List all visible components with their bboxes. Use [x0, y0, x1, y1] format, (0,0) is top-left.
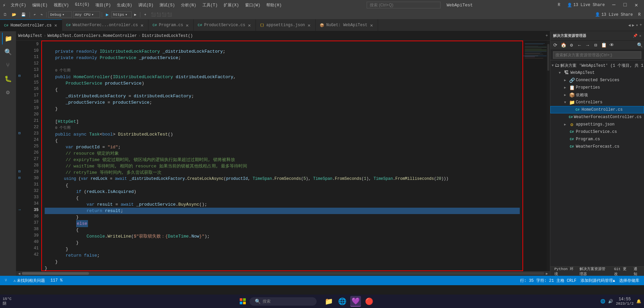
tree-solution-root[interactable]: ▼ 🗂 解决方案 'WebApiTest' (1 个项目, 共 1 个) — [550, 62, 644, 69]
taskbar-folder[interactable]: 📁 — [323, 296, 334, 307]
taskbar-search[interactable]: 🔍 搜索 — [249, 297, 317, 306]
rp-git-tab[interactable]: Git 更改 — [613, 266, 630, 277]
taskbar-notification[interactable]: 🔔 — [636, 299, 641, 304]
menu-file[interactable]: 文件(F) — [8, 1, 29, 9]
status-git[interactable]: ⑂ — [3, 276, 10, 285]
tab-appsettings[interactable]: {} appsettings.json ✕ — [256, 19, 316, 31]
menu-git[interactable]: Git(G) — [72, 1, 92, 9]
tree-dependencies[interactable]: ▶ 📦 依赖项 — [550, 91, 644, 99]
tab-close-6[interactable]: ✕ — [369, 22, 373, 29]
se-filter-icon[interactable]: ⚙ — [568, 42, 575, 49]
toolbar-icon-3[interactable]: ⬛ — [162, 12, 167, 17]
close-button[interactable]: ✕ — [631, 1, 641, 9]
tab-dropdown[interactable]: ▾ — [636, 23, 638, 28]
debug-config-dropdown[interactable]: Debug ▾ — [48, 11, 72, 18]
user-icon[interactable]: R — [555, 2, 563, 8]
tab-homecontroller[interactable]: C# HomeController.cs ✕ — [0, 19, 62, 31]
rp-solution-tab[interactable]: 解决方案资源管理器 — [578, 266, 610, 277]
minimize-button[interactable]: ─ — [609, 1, 619, 9]
toolbar-undo[interactable]: ↶ — [32, 12, 38, 17]
toolbar-redo[interactable]: ↷ — [39, 12, 45, 17]
tree-connected-services[interactable]: ▶ 🔗 Connected Services — [550, 76, 644, 84]
activity-debug[interactable]: 🐛 — [2, 73, 14, 85]
code-content[interactable]: private readonly IDistributedLockFactory… — [41, 41, 523, 271]
scroll-left-btn[interactable]: ◀ — [17, 271, 22, 276]
toolbar-save[interactable]: 💾 — [19, 12, 28, 17]
status-select-repo[interactable]: 选择存储库 — [617, 278, 641, 284]
toolbar-add[interactable]: + — [142, 12, 148, 17]
status-cursor[interactable]: 行: 35 字符: 21 主格 CRLF — [518, 278, 579, 284]
taskbar-clock[interactable]: 14:55 2023/1/2 — [616, 297, 634, 306]
menu-help[interactable]: 帮助(H) — [264, 1, 284, 9]
menu-debug[interactable]: 调试(D) — [136, 1, 156, 9]
maximize-button[interactable]: □ — [620, 1, 630, 9]
activity-extensions[interactable]: ⚙ — [2, 86, 14, 98]
menu-project[interactable]: 项目(P) — [93, 1, 113, 9]
solution-explorer-search-input[interactable] — [553, 51, 641, 59]
se-arrow-right-icon[interactable]: → — [584, 42, 591, 49]
tab-close-1[interactable]: ✕ — [54, 22, 58, 29]
scroll-thumb[interactable] — [22, 272, 89, 275]
menu-edit[interactable]: 编辑(E) — [30, 1, 50, 9]
scroll-right-btn[interactable]: ▶ — [544, 271, 549, 276]
tab-close-5[interactable]: ✕ — [307, 22, 311, 29]
tab-controls[interactable]: ◀ ▶ ▾ + — [626, 19, 644, 31]
activity-git[interactable]: ⑂ — [2, 59, 14, 71]
toolbar-open[interactable]: 📂 — [10, 12, 18, 17]
tree-controllers[interactable]: ▼ 📁 Controllers — [550, 99, 644, 106]
breadcrumb-namespace[interactable]: WebApiTest.Controllers.HomeController — [47, 34, 137, 38]
se-search-btn[interactable]: 🔍 — [637, 42, 643, 48]
se-sync-icon[interactable]: ⟳ — [552, 42, 559, 49]
status-zoom[interactable]: 117 % — [48, 276, 64, 285]
se-close-icon[interactable]: ✕ — [639, 34, 641, 38]
se-expand-icon[interactable]: ⊟ — [592, 42, 599, 49]
tree-project[interactable]: ▼ 🏗 WebApiTest — [550, 69, 644, 76]
tree-productservice[interactable]: C# ProductService.cs — [550, 128, 644, 136]
run-button[interactable]: ▶ — [104, 11, 110, 18]
minimap-scrollthumb[interactable] — [547, 44, 549, 71]
tab-program[interactable]: C# Program.cs ✕ — [148, 19, 194, 31]
tree-appsettings[interactable]: ▶ ⚙ appsettings.json — [550, 121, 644, 128]
global-search-input[interactable] — [367, 2, 441, 8]
toolbar-icon-1[interactable]: ⬛ — [151, 12, 156, 17]
activity-search[interactable]: 🔍 — [2, 46, 14, 58]
run-config-dropdown[interactable]: https ▾ — [111, 11, 132, 18]
toolbar-icon-2[interactable]: ⬛ — [156, 12, 161, 17]
nav-add-icon[interactable]: + — [546, 34, 548, 38]
status-error[interactable]: ⚠ 未找到相关问题 — [11, 276, 47, 285]
live-share-button[interactable]: 👤 13 Live Share — [564, 2, 608, 8]
toolbar-play2[interactable]: ▶ — [132, 12, 139, 17]
se-view-icon[interactable]: 👁 — [608, 42, 615, 49]
rp-notify-tab[interactable]: 通知 — [632, 266, 641, 277]
menu-tools[interactable]: 工具(T) — [200, 1, 221, 9]
breadcrumb-project[interactable]: WebApiTest — [18, 34, 42, 38]
tree-homecontroller[interactable]: C# HomeController.cs — [550, 106, 644, 113]
menu-build[interactable]: 生成(B) — [114, 1, 135, 9]
menu-test[interactable]: 测试(S) — [157, 1, 178, 9]
windows-start-button[interactable] — [237, 296, 248, 307]
tab-scroll-left[interactable]: ◀ — [628, 23, 631, 28]
rp-python-tab[interactable]: Python 环境 — [553, 266, 576, 277]
tab-close-4[interactable]: ✕ — [247, 22, 251, 29]
se-pin-icon[interactable]: 📌 — [633, 34, 638, 38]
se-arrow-left-icon[interactable]: ← — [576, 42, 583, 49]
tree-properties[interactable]: ▶ 📋 Properties — [550, 84, 644, 91]
tab-close-2[interactable]: ✕ — [140, 22, 144, 29]
activity-explorer[interactable]: 📁 — [2, 33, 14, 45]
tree-weatherforecastcontroller[interactable]: C# WeatherForecastController.cs — [550, 113, 644, 121]
tab-scroll-right[interactable]: ▶ — [632, 23, 634, 28]
menu-analyze[interactable]: 分析(N) — [178, 1, 199, 9]
live-share-toolbar[interactable]: 👤 13 Live Share — [592, 11, 636, 18]
menu-extensions[interactable]: 扩展(X) — [221, 1, 242, 9]
taskbar-network-icon[interactable]: 🌐 — [600, 299, 605, 304]
tab-add[interactable]: + — [640, 23, 642, 28]
toolbar-icon-4[interactable]: ⬛ — [167, 12, 172, 17]
toolbar-user-initial[interactable]: R — [636, 12, 643, 18]
scroll-track[interactable] — [22, 272, 545, 275]
tree-program[interactable]: C# Program.cs — [550, 136, 644, 143]
se-props-icon[interactable]: 📋 — [600, 42, 607, 49]
horizontal-scrollbar[interactable]: ◀ ▶ — [16, 271, 550, 276]
tab-close-3[interactable]: ✕ — [185, 22, 189, 29]
taskbar-browser1[interactable]: 🌐 — [337, 296, 348, 307]
tab-productservice[interactable]: C# ProductService.cs ✕ — [194, 19, 256, 31]
